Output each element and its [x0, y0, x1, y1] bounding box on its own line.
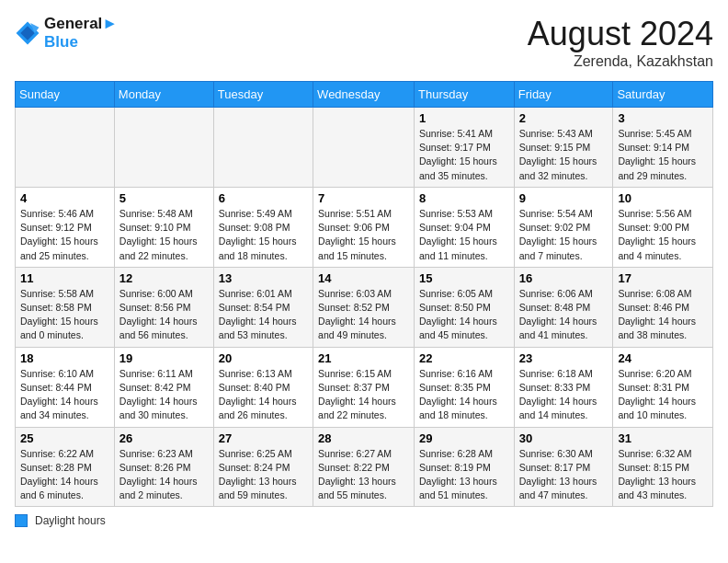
day-cell	[16, 108, 115, 188]
week-row-1: 1Sunrise: 5:41 AM Sunset: 9:17 PM Daylig…	[16, 108, 713, 188]
day-number: 17	[618, 271, 708, 285]
day-info: Sunrise: 5:45 AM Sunset: 9:14 PM Dayligh…	[618, 127, 708, 183]
day-info: Sunrise: 5:41 AM Sunset: 9:17 PM Dayligh…	[419, 127, 509, 183]
day-cell	[213, 108, 313, 188]
day-cell: 1Sunrise: 5:41 AM Sunset: 9:17 PM Daylig…	[415, 108, 515, 188]
day-cell: 2Sunrise: 5:43 AM Sunset: 9:15 PM Daylig…	[514, 108, 613, 188]
day-number: 15	[419, 271, 509, 285]
day-cell: 16Sunrise: 6:06 AM Sunset: 8:48 PM Dayli…	[514, 267, 613, 347]
day-info: Sunrise: 6:27 AM Sunset: 8:22 PM Dayligh…	[318, 447, 409, 503]
day-cell: 10Sunrise: 5:56 AM Sunset: 9:00 PM Dayli…	[613, 187, 713, 267]
day-number: 11	[20, 271, 109, 285]
day-header-friday: Friday	[514, 82, 613, 108]
day-number: 10	[618, 191, 708, 205]
day-cell: 30Sunrise: 6:30 AM Sunset: 8:17 PM Dayli…	[514, 427, 613, 507]
day-header-sunday: Sunday	[16, 82, 115, 108]
day-info: Sunrise: 6:11 AM Sunset: 8:42 PM Dayligh…	[119, 367, 209, 423]
day-info: Sunrise: 5:56 AM Sunset: 9:00 PM Dayligh…	[618, 207, 708, 263]
week-row-4: 18Sunrise: 6:10 AM Sunset: 8:44 PM Dayli…	[16, 347, 713, 427]
day-cell: 8Sunrise: 5:53 AM Sunset: 9:04 PM Daylig…	[415, 187, 515, 267]
day-info: Sunrise: 6:16 AM Sunset: 8:35 PM Dayligh…	[419, 367, 509, 423]
day-number: 23	[519, 351, 609, 365]
day-cell: 26Sunrise: 6:23 AM Sunset: 8:26 PM Dayli…	[114, 427, 213, 507]
day-number: 16	[519, 271, 609, 285]
day-number: 29	[419, 431, 509, 445]
day-info: Sunrise: 6:20 AM Sunset: 8:31 PM Dayligh…	[618, 367, 708, 423]
legend-box	[15, 514, 28, 527]
day-info: Sunrise: 6:22 AM Sunset: 8:28 PM Dayligh…	[20, 447, 109, 503]
day-number: 19	[119, 351, 209, 365]
day-number: 8	[419, 191, 509, 205]
day-cell: 13Sunrise: 6:01 AM Sunset: 8:54 PM Dayli…	[213, 267, 313, 347]
day-header-wednesday: Wednesday	[313, 82, 415, 108]
title-area: August 2024 Zerenda, Kazakhstan	[528, 15, 713, 70]
day-header-saturday: Saturday	[613, 82, 713, 108]
week-row-2: 4Sunrise: 5:46 AM Sunset: 9:12 PM Daylig…	[16, 187, 713, 267]
day-info: Sunrise: 5:48 AM Sunset: 9:10 PM Dayligh…	[119, 207, 209, 263]
day-cell: 27Sunrise: 6:25 AM Sunset: 8:24 PM Dayli…	[213, 427, 313, 507]
day-cell: 15Sunrise: 6:05 AM Sunset: 8:50 PM Dayli…	[415, 267, 515, 347]
day-info: Sunrise: 5:46 AM Sunset: 9:12 PM Dayligh…	[20, 207, 109, 263]
day-cell: 12Sunrise: 6:00 AM Sunset: 8:56 PM Dayli…	[114, 267, 213, 347]
day-cell: 19Sunrise: 6:11 AM Sunset: 8:42 PM Dayli…	[114, 347, 213, 427]
logo-icon	[15, 20, 40, 46]
day-cell: 25Sunrise: 6:22 AM Sunset: 8:28 PM Dayli…	[16, 427, 115, 507]
day-info: Sunrise: 6:30 AM Sunset: 8:17 PM Dayligh…	[519, 447, 609, 503]
day-cell: 14Sunrise: 6:03 AM Sunset: 8:52 PM Dayli…	[313, 267, 415, 347]
week-row-5: 25Sunrise: 6:22 AM Sunset: 8:28 PM Dayli…	[16, 427, 713, 507]
day-info: Sunrise: 6:28 AM Sunset: 8:19 PM Dayligh…	[419, 447, 509, 503]
day-number: 27	[219, 431, 308, 445]
day-info: Sunrise: 6:08 AM Sunset: 8:46 PM Dayligh…	[618, 287, 708, 343]
calendar-table: SundayMondayTuesdayWednesdayThursdayFrid…	[15, 81, 713, 507]
day-info: Sunrise: 5:54 AM Sunset: 9:02 PM Dayligh…	[519, 207, 609, 263]
day-cell: 21Sunrise: 6:15 AM Sunset: 8:37 PM Dayli…	[313, 347, 415, 427]
week-row-3: 11Sunrise: 5:58 AM Sunset: 8:58 PM Dayli…	[16, 267, 713, 347]
day-info: Sunrise: 6:10 AM Sunset: 8:44 PM Dayligh…	[20, 367, 109, 423]
day-cell: 5Sunrise: 5:48 AM Sunset: 9:10 PM Daylig…	[114, 187, 213, 267]
logo: General► Blue	[15, 15, 118, 52]
day-cell: 23Sunrise: 6:18 AM Sunset: 8:33 PM Dayli…	[514, 347, 613, 427]
day-number: 18	[20, 351, 109, 365]
day-cell: 7Sunrise: 5:51 AM Sunset: 9:06 PM Daylig…	[313, 187, 415, 267]
day-cell: 17Sunrise: 6:08 AM Sunset: 8:46 PM Dayli…	[613, 267, 713, 347]
legend-label: Daylight hours	[35, 514, 106, 527]
day-number: 25	[20, 431, 109, 445]
day-cell: 20Sunrise: 6:13 AM Sunset: 8:40 PM Dayli…	[213, 347, 313, 427]
day-info: Sunrise: 6:01 AM Sunset: 8:54 PM Dayligh…	[219, 287, 308, 343]
day-number: 21	[318, 351, 409, 365]
day-number: 14	[318, 271, 409, 285]
day-info: Sunrise: 6:18 AM Sunset: 8:33 PM Dayligh…	[519, 367, 609, 423]
day-number: 2	[519, 111, 609, 125]
day-cell: 24Sunrise: 6:20 AM Sunset: 8:31 PM Dayli…	[613, 347, 713, 427]
day-number: 24	[618, 351, 708, 365]
day-info: Sunrise: 6:00 AM Sunset: 8:56 PM Dayligh…	[119, 287, 209, 343]
day-number: 28	[318, 431, 409, 445]
day-cell: 31Sunrise: 6:32 AM Sunset: 8:15 PM Dayli…	[613, 427, 713, 507]
day-info: Sunrise: 5:49 AM Sunset: 9:08 PM Dayligh…	[219, 207, 308, 263]
day-number: 7	[318, 191, 409, 205]
day-info: Sunrise: 6:05 AM Sunset: 8:50 PM Dayligh…	[419, 287, 509, 343]
day-cell: 11Sunrise: 5:58 AM Sunset: 8:58 PM Dayli…	[16, 267, 115, 347]
day-header-monday: Monday	[114, 82, 213, 108]
day-info: Sunrise: 6:13 AM Sunset: 8:40 PM Dayligh…	[219, 367, 308, 423]
day-header-tuesday: Tuesday	[213, 82, 313, 108]
day-number: 31	[618, 431, 708, 445]
day-cell	[114, 108, 213, 188]
day-cell: 22Sunrise: 6:16 AM Sunset: 8:35 PM Dayli…	[415, 347, 515, 427]
day-number: 5	[119, 191, 209, 205]
day-cell: 18Sunrise: 6:10 AM Sunset: 8:44 PM Dayli…	[16, 347, 115, 427]
day-info: Sunrise: 5:53 AM Sunset: 9:04 PM Dayligh…	[419, 207, 509, 263]
day-info: Sunrise: 5:51 AM Sunset: 9:06 PM Dayligh…	[318, 207, 409, 263]
day-cell: 29Sunrise: 6:28 AM Sunset: 8:19 PM Dayli…	[415, 427, 515, 507]
day-cell	[313, 108, 415, 188]
day-number: 9	[519, 191, 609, 205]
day-header-thursday: Thursday	[415, 82, 515, 108]
month-title: August 2024	[528, 15, 713, 53]
day-number: 3	[618, 111, 708, 125]
day-number: 22	[419, 351, 509, 365]
day-info: Sunrise: 5:58 AM Sunset: 8:58 PM Dayligh…	[20, 287, 109, 343]
day-cell: 9Sunrise: 5:54 AM Sunset: 9:02 PM Daylig…	[514, 187, 613, 267]
day-number: 1	[419, 111, 509, 125]
legend: Daylight hours	[15, 514, 713, 527]
day-info: Sunrise: 6:06 AM Sunset: 8:48 PM Dayligh…	[519, 287, 609, 343]
